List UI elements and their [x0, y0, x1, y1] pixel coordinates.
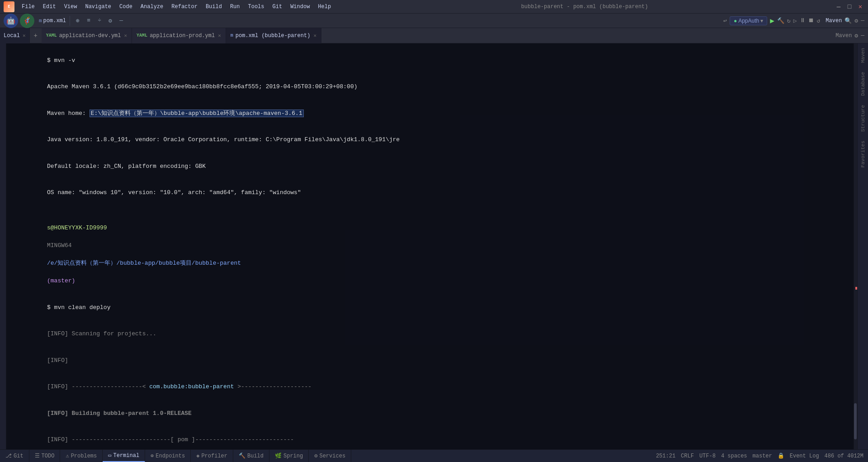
menu-tools[interactable]: Tools [245, 3, 268, 11]
vertical-tab-favorites[interactable]: Favorites [859, 136, 867, 172]
local-tab[interactable]: Local ✕ [0, 28, 30, 43]
terminal-output[interactable]: $ mvn -v Apache Maven 3.6.1 (d66c9c0b315… [6, 43, 854, 449]
tab-close-1[interactable]: ✕ [124, 33, 127, 38]
menu-window[interactable]: Window [287, 3, 313, 11]
terminal-line: Apache Maven 3.6.1 (d66c9c0b3152b2e69ee9… [12, 74, 848, 100]
status-bar-right: 251:21 CRLF UTF-8 4 spaces master 🔒 Even… [651, 452, 868, 459]
toolbar-icon-split[interactable]: ÷ [94, 16, 104, 26]
menu-navigate[interactable]: Navigate [81, 3, 115, 11]
tabs-settings-icon[interactable]: ⚙ [854, 32, 858, 39]
menu-build[interactable]: Build [202, 3, 226, 11]
status-tab-build[interactable]: 🔨 Build [233, 450, 269, 462]
memory-usage[interactable]: 486 of 4012M [825, 453, 863, 459]
appauth-dropdown-icon: ▾ [760, 18, 763, 24]
new-tab-button[interactable]: + [30, 30, 42, 42]
menu-help[interactable]: Help [314, 3, 335, 11]
maven-label: Maven [826, 18, 842, 24]
terminal-icon: ▭ [108, 452, 111, 459]
toolbar-icon-minimize2[interactable]: — [861, 17, 864, 24]
scrollbar[interactable] [854, 43, 857, 449]
menu-view[interactable]: View [61, 3, 81, 11]
terminal-line: [INFO] --------------------< com.bubble:… [12, 374, 848, 400]
toolbar-back-icon[interactable]: ↩ [723, 17, 727, 24]
minimize-button[interactable]: — [835, 3, 843, 11]
terminal-line: $ mvn clean deploy [12, 294, 848, 321]
tab-close-3[interactable]: ✕ [313, 33, 316, 38]
close-button[interactable]: ✕ [856, 3, 864, 11]
event-log[interactable]: Event Log [790, 453, 819, 459]
tabs-minimize-icon[interactable]: — [861, 32, 864, 39]
toolbar-icon-pause[interactable]: ⏸ [800, 17, 806, 24]
tabs-right: Maven ⚙ — [835, 32, 868, 39]
menu-edit[interactable]: Edit [39, 3, 60, 11]
left-gutter [0, 43, 6, 449]
status-bar: ⎇ Git ☰ TODO ⚠ Problems ▭ Terminal ⊕ End… [0, 449, 868, 462]
status-tab-problems-label: Problems [71, 453, 97, 459]
status-tab-todo[interactable]: ☰ TODO [29, 450, 61, 462]
toolbar-icon-list[interactable]: ≡ [84, 16, 94, 26]
local-tab-close[interactable]: ✕ [23, 33, 26, 38]
vertical-tab-structure[interactable]: Structure [859, 100, 867, 136]
terminal-line: Default locale: zh_CN, platform encoding… [12, 153, 848, 180]
tab-application-dev[interactable]: YAML application-dev.yml ✕ [42, 28, 132, 43]
status-tab-terminal[interactable]: ▭ Terminal [103, 450, 145, 462]
appauth-dot: ● [734, 18, 737, 24]
toolbar-icon-settings[interactable]: ⚙ [105, 16, 115, 26]
appauth-button[interactable]: ● AppAuth ▾ [730, 16, 767, 25]
vertical-tab-maven[interactable]: Maven [859, 43, 867, 67]
menu-code[interactable]: Code [116, 3, 136, 11]
avatar-area: 🤖 🦸 [4, 14, 34, 28]
title-center: bubble-parent - pom.xml (bubble-parent) [335, 4, 835, 10]
main-area: $ mvn -v Apache Maven 3.6.1 (d66c9c0b315… [0, 43, 868, 449]
terminal-container: $ mvn -v Apache Maven 3.6.1 (d66c9c0b315… [6, 43, 868, 449]
menu-analyze[interactable]: Analyze [137, 3, 167, 11]
run-button[interactable]: ▶ [770, 16, 774, 25]
line-ending[interactable]: CRLF [681, 453, 694, 459]
avatar2: 🦸 [20, 14, 34, 28]
maximize-button[interactable]: □ [845, 3, 854, 11]
terminal-line: [INFO] ----------------------------[ pom… [12, 427, 848, 450]
terminal-line: Maven home: E:\知识点资料（第一年）\bubble-app\bub… [12, 100, 848, 127]
menu-git[interactable]: Git [269, 3, 286, 11]
vertical-tabs-panel: Maven Database Structure Favorites [857, 43, 868, 449]
toolbar-icon-stop[interactable]: ⏹ [808, 17, 814, 24]
build-icon: 🔨 [239, 452, 245, 459]
status-tab-git[interactable]: ⎇ Git [0, 450, 29, 462]
tab-label-3: pom.xml (bubble-parent) [236, 33, 311, 39]
scroll-track [855, 43, 857, 449]
tab-close-2[interactable]: ✕ [218, 33, 221, 38]
problems-icon: ⚠ [66, 452, 69, 459]
toolbar-icon-settings2[interactable]: ⚙ [854, 17, 858, 24]
toolbar-icon-search[interactable]: 🔍 [844, 17, 852, 24]
status-tab-terminal-label: Terminal [113, 452, 140, 459]
git-branch-status[interactable]: master [753, 453, 772, 459]
terminal-line: $ mvn -v [12, 47, 848, 74]
status-tab-spring[interactable]: 🌿 Spring [269, 450, 309, 462]
status-tab-build-label: Build [247, 453, 264, 459]
status-tab-problems[interactable]: ⚠ Problems [60, 450, 103, 462]
status-tab-endpoints-label: Endpoints [156, 453, 185, 459]
toolbar-icon-refresh[interactable]: ↻ [787, 17, 791, 24]
toolbar-icon-run2[interactable]: 🔨 [777, 17, 784, 24]
vertical-tab-database[interactable]: Database [859, 67, 867, 100]
menu-run[interactable]: Run [226, 3, 244, 11]
status-tab-endpoints[interactable]: ⊕ Endpoints [145, 450, 191, 462]
yaml-icon-2: YAML [137, 33, 147, 38]
encoding[interactable]: UTF-8 [699, 453, 716, 459]
toolbar-icons: ⊕ ≡ ÷ ⚙ — [70, 16, 129, 26]
tab-pom-xml[interactable]: m pom.xml (bubble-parent) ✕ [226, 28, 321, 43]
menu-refactor[interactable]: Refactor [168, 3, 201, 11]
status-tab-services[interactable]: ⚙ Services [309, 450, 351, 462]
services-icon: ⚙ [314, 452, 317, 459]
toolbar-icon-globe[interactable]: ⊕ [73, 16, 83, 26]
menu-file[interactable]: File [18, 3, 38, 11]
toolbar-icon-reload[interactable]: ↺ [817, 17, 821, 24]
menu-items: File Edit View Navigate Code Analyze Ref… [18, 3, 335, 11]
indent[interactable]: 4 spaces [721, 453, 747, 459]
terminal-line: [INFO] Building bubble-parent 1.0-RELEAS… [12, 400, 848, 427]
tab-application-prod[interactable]: YAML application-prod.yml ✕ [132, 28, 226, 43]
avatar: 🤖 [4, 14, 18, 28]
toolbar-icon-more[interactable]: ▷ [793, 17, 797, 24]
toolbar-icon-minus[interactable]: — [116, 16, 126, 26]
status-tab-profiler[interactable]: ◈ Profiler [191, 450, 233, 462]
